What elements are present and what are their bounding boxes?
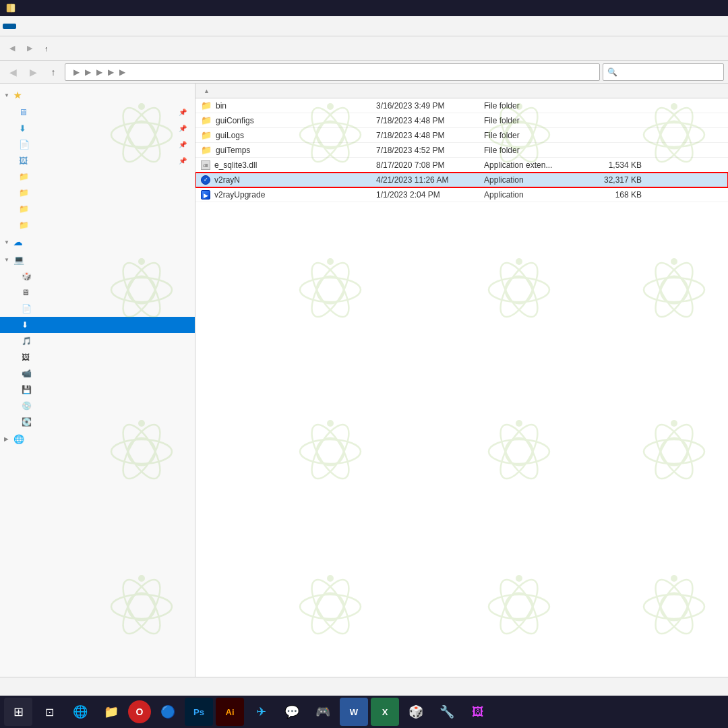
pin-icon-documents: 📌	[179, 141, 187, 148]
breadcrumb-sep-4: ▶	[108, 67, 114, 77]
menu-share[interactable]	[30, 24, 43, 29]
menu-home[interactable]	[16, 24, 30, 29]
sidebar-item-videos[interactable]: 📹	[0, 365, 195, 382]
file-name: e_sqlite3.dll	[214, 160, 257, 170]
file-name-cell: 📁 guiConfigs	[195, 115, 371, 125]
taskbar-search[interactable]: ⊡	[35, 698, 63, 726]
taskbar-edge[interactable]: 🌐	[66, 698, 94, 726]
up-button[interactable]: ↑	[39, 39, 54, 58]
col-header-name[interactable]: ▲	[195, 88, 371, 94]
search-bar[interactable]: 🔍	[603, 63, 724, 81]
nav-forward-button[interactable]: ▶	[24, 63, 42, 81]
taskbar-opera[interactable]: O	[128, 700, 151, 723]
sidebar-item-music[interactable]: 🎵	[0, 333, 195, 349]
taskbar-explorer[interactable]: 📁	[97, 698, 125, 726]
network-icon: 🌐	[13, 434, 24, 444]
menu-view[interactable]	[43, 24, 57, 29]
sidebar-item-documents-pc[interactable]: 📄	[0, 301, 195, 317]
taskbar-illustrator[interactable]: Ai	[216, 698, 244, 726]
cd-e-icon: 💽	[22, 417, 32, 427]
table-row[interactable]: ✓ v2rayN 4/21/2023 11:26 AM Application …	[195, 173, 728, 187]
file-type: Application	[479, 175, 580, 185]
file-name: v2rayN	[214, 175, 240, 185]
sidebar-item-data-d[interactable]: 💿	[0, 398, 195, 414]
music-icon: 🎵	[22, 336, 32, 346]
desktop-icon: 🖥	[19, 107, 28, 117]
pictures-pc-icon: 🖼	[22, 353, 30, 362]
menu-file[interactable]	[3, 24, 16, 29]
dll-icon: dll	[201, 160, 210, 170]
table-row[interactable]: 📁 guiTemps 7/18/2023 4:52 PM File folder	[195, 143, 728, 158]
forward-button[interactable]: ▶	[22, 39, 38, 58]
file-date: 1/1/2023 2:04 PM	[371, 190, 479, 200]
taskbar-teams[interactable]: 💬	[278, 698, 306, 726]
taskbar-tool[interactable]: 🔧	[433, 698, 461, 726]
sidebar-item-downloads-pc[interactable]: ⬇	[0, 317, 195, 333]
taskbar-photos[interactable]: 🖼	[464, 698, 492, 726]
file-name: v2rayUpgrade	[214, 190, 265, 200]
sidebar-item-desktop-pc[interactable]: 🖥	[0, 284, 195, 301]
sidebar-item-telegram-quick[interactable]: 📁	[0, 201, 195, 217]
table-row[interactable]: dll e_sqlite3.dll 8/17/2020 7:08 PM Appl…	[195, 158, 728, 173]
3dobjects-icon: 🎲	[22, 272, 32, 281]
sidebar-item-cd-e[interactable]: 💽	[0, 414, 195, 430]
search-input[interactable]	[620, 67, 721, 77]
sidebar-item-afzoone-quick[interactable]: 📁	[0, 217, 195, 233]
minimize-button[interactable]	[627, 0, 658, 16]
file-size: 168 KB	[580, 190, 647, 200]
sidebar-item-compressed-quick[interactable]: 📁	[0, 169, 195, 185]
table-row[interactable]: ▶ v2rayUpgrade 1/1/2023 2:04 PM Applicat…	[195, 187, 728, 202]
breadcrumb[interactable]: ▶ ▶ ▶ ▶ ▶	[65, 63, 600, 81]
thispc-expand-icon: ▼	[4, 257, 11, 263]
nav-back-button[interactable]: ◀	[4, 63, 22, 81]
close-button[interactable]	[692, 0, 723, 16]
file-name-cell: ✓ v2rayN	[195, 175, 371, 185]
title-file-icon	[5, 3, 16, 13]
back-button[interactable]: ◀	[4, 39, 20, 58]
afzoone-folder-icon: 📁	[19, 220, 29, 230]
taskbar-excel[interactable]: X	[371, 698, 399, 726]
sidebar-item-3dobjects[interactable]: 🎲	[0, 268, 195, 284]
sidebar-item-newfolder-quick[interactable]: 📁	[0, 185, 195, 201]
sidebar-quick-access-header[interactable]: ▼ ★	[0, 86, 195, 104]
table-row[interactable]: 📁 bin 3/16/2023 3:49 PM File folder	[195, 98, 728, 113]
file-list-header[interactable]: ▲	[195, 84, 728, 98]
sidebar-item-documents-quick[interactable]: 📄 📌	[0, 136, 195, 152]
taskbar-word[interactable]: W	[340, 698, 368, 726]
file-size: 1,534 KB	[580, 160, 647, 170]
quick-access-expand-icon: ▼	[4, 92, 11, 98]
table-row[interactable]: 📁 guiConfigs 7/18/2023 4:48 PM File fold…	[195, 113, 728, 128]
file-name-cell: 📁 guiLogs	[195, 130, 371, 140]
taskbar-start[interactable]: ⊞	[4, 698, 32, 726]
taskbar-photoshop[interactable]: Ps	[185, 698, 213, 726]
taskbar-steam[interactable]: 🎲	[402, 698, 430, 726]
sidebar-item-downloads-quick[interactable]: ⬇ 📌	[0, 120, 195, 136]
sidebar-item-pictures-quick[interactable]: 🖼 📌	[0, 152, 195, 169]
titlebar-file-icons	[5, 3, 16, 13]
addressbar: ◀ ▶ ↑ ▶ ▶ ▶ ▶ ▶ 🔍	[0, 61, 728, 84]
v2rayn-app-icon: ✓	[201, 175, 210, 185]
file-name: guiTemps	[216, 146, 250, 155]
sidebar-onedrive-header[interactable]: ▼ ☁	[0, 233, 195, 251]
network-expand-icon: ▶	[4, 436, 11, 442]
titlebar	[0, 0, 728, 16]
nav-up-button[interactable]: ↑	[44, 63, 62, 81]
taskbar-telegram[interactable]: ✈	[247, 698, 275, 726]
maximize-button[interactable]	[659, 0, 690, 16]
sidebar-item-desktop-quick[interactable]: 🖥 📌	[0, 104, 195, 120]
pictures-icon-quick: 🖼	[19, 156, 28, 166]
sidebar-thispc-header[interactable]: ▼ 💻	[0, 251, 195, 268]
statusbar	[0, 677, 728, 696]
file-type: File folder	[479, 131, 580, 140]
menubar	[0, 16, 728, 36]
sidebar-network-header[interactable]: ▶ 🌐	[0, 430, 195, 448]
taskbar-gaming[interactable]: 🎮	[309, 698, 337, 726]
taskbar-chrome[interactable]: 🔵	[154, 698, 182, 726]
taskbar: ⊞ ⊡ 🌐 📁 O 🔵 Ps Ai ✈ 💬 🎮 W X 🎲 🔧 🖼	[0, 696, 728, 728]
compressed-folder-icon: 📁	[19, 172, 29, 181]
file-date: 8/17/2020 7:08 PM	[371, 160, 479, 170]
sidebar-item-pictures-pc[interactable]: 🖼	[0, 349, 195, 365]
quick-access-star-icon: ★	[13, 90, 22, 100]
sidebar-item-win-c[interactable]: 💾	[0, 382, 195, 398]
table-row[interactable]: 📁 guiLogs 7/18/2023 4:48 PM File folder	[195, 128, 728, 143]
